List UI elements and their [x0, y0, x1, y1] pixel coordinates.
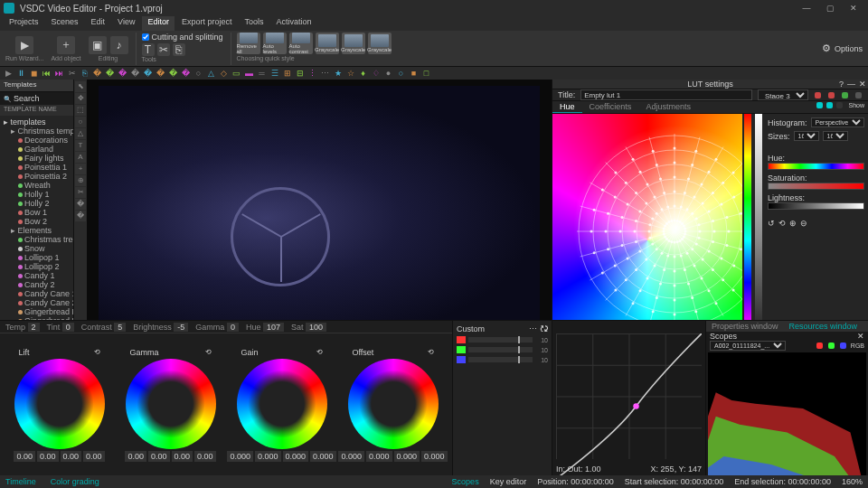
toolbar-icon[interactable]: �	[130, 69, 140, 79]
toolbar-icon[interactable]: ▬	[244, 69, 254, 79]
tree-item[interactable]: Candy Cane 2	[2, 298, 71, 307]
lut-help-icon[interactable]: ?	[839, 80, 844, 89]
lut-title-input[interactable]	[580, 89, 752, 100]
timeline-tab[interactable]: Timeline	[5, 477, 36, 486]
close-button[interactable]: ✕	[843, 2, 864, 14]
tree-item[interactable]: Poinsettia 1	[2, 163, 71, 172]
viewport-tool[interactable]: ⬉	[75, 81, 86, 92]
toolbar-icon[interactable]: ☰	[269, 69, 279, 79]
lut-stage-select[interactable]: Stage 3	[758, 89, 808, 100]
tree-item[interactable]: Candy 2	[2, 280, 71, 289]
minimize-button[interactable]: —	[796, 2, 817, 14]
size2-select[interactable]: 16	[823, 131, 848, 141]
toolbar-icon[interactable]: ⋯	[320, 69, 330, 79]
toolbar-icon[interactable]: ■	[409, 69, 419, 79]
toolbar-icon[interactable]: �	[118, 69, 127, 79]
size1-select[interactable]: 16	[794, 131, 819, 141]
tree-item[interactable]: Lollipop 2	[2, 262, 71, 271]
viewport-tool[interactable]: +	[75, 164, 86, 174]
viewport-tool[interactable]: ✥	[75, 93, 86, 104]
menu-scenes[interactable]: Scenes	[46, 16, 84, 31]
toolbar-icon[interactable]: ♦	[358, 69, 368, 79]
tree-item[interactable]: Christmas trees	[2, 235, 71, 244]
toolbar-icon[interactable]: ▶	[4, 69, 14, 79]
grading-bottom-tab[interactable]: Color grading	[51, 477, 99, 486]
quick-style-button[interactable]: Grayscale	[368, 33, 392, 54]
toolbar-icon[interactable]: ○	[396, 69, 406, 79]
options-gear-icon[interactable]: ⚙	[822, 42, 831, 54]
toolbar-icon[interactable]: �	[181, 69, 191, 79]
menu-projects[interactable]: Projects	[4, 16, 44, 31]
menu-tools[interactable]: Tools	[239, 16, 269, 31]
preview-viewport[interactable]	[87, 80, 552, 333]
tool-icon[interactable]: T	[142, 43, 155, 56]
toolbar-icon[interactable]: �	[92, 69, 102, 79]
scope-r-chip[interactable]	[816, 343, 823, 349]
sat-gradient[interactable]	[768, 183, 864, 190]
toolbar-icon[interactable]: ◇	[219, 69, 229, 79]
menu-edit[interactable]: Edit	[86, 16, 111, 31]
tool-icon[interactable]: ⟲	[778, 219, 786, 228]
grading-value[interactable]: 2	[28, 323, 40, 332]
menu-export-project[interactable]: Export project	[176, 16, 238, 31]
tree-item[interactable]: Garland	[2, 145, 71, 154]
viewport-tool[interactable]: ✂	[75, 187, 86, 198]
toolbar-icon[interactable]: ⏭	[54, 69, 64, 79]
tree-item[interactable]: Bow 1	[2, 208, 71, 217]
tree-item[interactable]: Holly 1	[2, 190, 71, 199]
tool-icon[interactable]: ⎘	[173, 43, 185, 56]
tree-item[interactable]: Lollipop 1	[2, 253, 71, 262]
menu-editor[interactable]: Editor	[142, 16, 175, 31]
tool-icon[interactable]: ✂	[157, 43, 170, 56]
lut-s-chip[interactable]	[826, 102, 833, 108]
toolbar-icon[interactable]: ✂	[67, 69, 77, 79]
toolbar-icon[interactable]: ♢	[371, 69, 381, 79]
lut-h-chip[interactable]	[816, 102, 823, 108]
red-slider[interactable]	[468, 337, 533, 343]
grading-value[interactable]: 107	[263, 323, 284, 332]
menu-view[interactable]: View	[112, 16, 140, 31]
toolbar-icon[interactable]: ○	[193, 69, 203, 79]
tree-item[interactable]: ▸ Christmas templates	[2, 127, 71, 136]
quick-style-button[interactable]: Grayscale	[342, 33, 365, 54]
grading-value[interactable]: -5	[174, 323, 188, 332]
viewport-tool[interactable]: ○	[75, 117, 86, 127]
tree-item[interactable]: Decorations	[2, 136, 71, 145]
tool-icon[interactable]: ↺	[768, 219, 775, 228]
viewport-tool[interactable]: T	[75, 140, 86, 151]
viewport-tool[interactable]: ⬚	[75, 105, 86, 116]
toolbar-icon[interactable]: ☆	[345, 69, 355, 79]
toolbar-icon[interactable]: ⊟	[295, 69, 305, 79]
lut-tab-hue[interactable]: Hue	[552, 101, 582, 113]
tree-item[interactable]: Candy Cane 1	[2, 289, 71, 298]
quick-style-button[interactable]: Remove all	[237, 33, 260, 54]
tree-item[interactable]: ▸ templates	[2, 117, 71, 127]
toolbar-icon[interactable]: ⎘	[80, 69, 90, 79]
lut-close-icon[interactable]: ✕	[859, 80, 866, 89]
tree-item[interactable]: Fairy lights	[2, 154, 71, 163]
viewport-tool[interactable]: A	[75, 152, 86, 163]
scopes-close-icon[interactable]: ✕	[857, 332, 864, 341]
lut-tab-adjustments[interactable]: Adjustments	[638, 101, 698, 113]
lut-min-icon[interactable]: —	[847, 80, 855, 89]
color-wheel[interactable]	[237, 359, 327, 449]
status-key-editor[interactable]: Key editor	[490, 477, 527, 486]
tool-icon[interactable]: ⊕	[789, 219, 797, 228]
tree-item[interactable]: ▸ Elements	[2, 226, 71, 235]
toolbar-icon[interactable]: �	[143, 69, 153, 79]
toolbar-icon[interactable]: ⏸	[16, 69, 26, 79]
tree-item[interactable]: Wreath	[2, 181, 71, 190]
lut-action-icon[interactable]	[842, 92, 848, 99]
quick-style-button[interactable]: Auto contrast	[289, 33, 313, 54]
color-wheel[interactable]	[348, 359, 439, 449]
video-effects-icon[interactable]: ▣	[89, 36, 107, 54]
grading-value[interactable]: 100	[306, 323, 326, 332]
toolbar-icon[interactable]: �	[105, 69, 115, 79]
toolbar-icon[interactable]: ═	[257, 69, 267, 79]
zoom-value[interactable]: 160%	[842, 477, 863, 486]
grading-value[interactable]: 0	[62, 323, 74, 332]
quick-style-button[interactable]: Auto levels	[263, 33, 287, 54]
toolbar-icon[interactable]: □	[421, 69, 431, 79]
quick-style-button[interactable]: Grayscale	[316, 33, 339, 54]
color-wheel[interactable]	[14, 359, 105, 449]
